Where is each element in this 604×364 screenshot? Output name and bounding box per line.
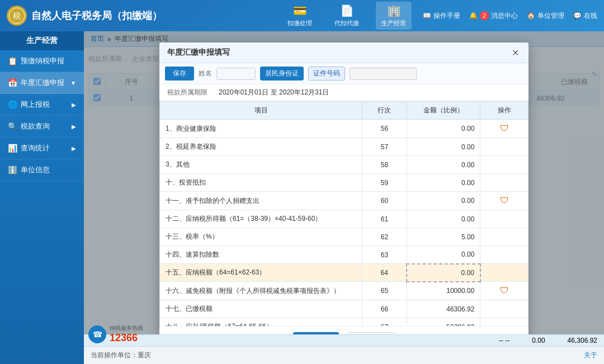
- bottom-paid-val: 46,306.92: [568, 337, 597, 344]
- help-manual-btn[interactable]: 📖 操作手册: [423, 11, 460, 21]
- unit-manage-btn[interactable]: 🏠 单位管理: [527, 11, 564, 21]
- row-item: 十六、减免税额（附报《个人所得税减免税事项报告表》）: [160, 282, 362, 300]
- sidebar-header: 生产经营: [0, 31, 84, 50]
- action-cell[interactable]: 🛡: [480, 120, 528, 138]
- app-title: 自然人电子税务局（扣缴端）: [31, 9, 162, 22]
- sidebar-item-yuejiao[interactable]: 📋 预缴纳税申报: [0, 50, 84, 72]
- row-no: 65: [362, 282, 407, 300]
- bell-icon: 🔔: [469, 12, 478, 20]
- row-no: 62: [362, 228, 407, 246]
- action-cell: [480, 174, 528, 192]
- online-icon: 💬: [573, 12, 582, 20]
- shuikuan-icon: 🔍: [8, 122, 17, 131]
- dialog-title: 年度汇缴申报填写: [167, 48, 230, 58]
- edit-row-btn[interactable]: 🛡: [500, 286, 509, 295]
- action-cell[interactable]: 🛡: [480, 282, 528, 300]
- action-cell: [480, 156, 528, 174]
- row-no: 66: [362, 300, 407, 318]
- row-item: 十二、应纳税所得额（61=（38-39）×40-41-59-60）: [160, 210, 362, 228]
- row-item: 十一、准予扣除的个人捐赠支出: [160, 192, 362, 210]
- row-item: 十三、税率（%）: [160, 228, 362, 246]
- row-item: 1、商业健康保险: [160, 120, 362, 138]
- unit-label: 单位管理: [537, 11, 564, 21]
- current-unit-label: 当前操作单位：重庆: [91, 351, 151, 360]
- shuikuan-arrow: ▶: [72, 124, 76, 130]
- row-item: 3、其他: [160, 156, 362, 174]
- chaxun-icon: 📊: [8, 144, 17, 153]
- row-item: 十八、应补/退税额（67=64-65-66）: [160, 318, 362, 327]
- row-no: 63: [362, 246, 407, 264]
- row-no: 67: [362, 318, 407, 327]
- row-amount: -56306.92: [407, 318, 480, 327]
- cert-no-tag[interactable]: 证件号码: [308, 67, 345, 81]
- row-amount: 0.00: [407, 138, 480, 156]
- app-logo-area: 税 自然人电子税务局（扣缴端）: [7, 6, 282, 26]
- nav-icon-kouhuichuli: 💳: [293, 4, 307, 17]
- online-btn[interactable]: 💬 在线: [573, 11, 597, 21]
- edit-row-btn[interactable]: 🛡: [500, 124, 509, 133]
- row-amount: 5.00: [407, 228, 480, 246]
- cert-no-input[interactable]: [350, 68, 417, 80]
- nianhuijiao-arrow: ▼: [70, 80, 76, 86]
- dialog-title-bar: 年度汇缴申报填写 ✕: [159, 42, 528, 63]
- app-title-group: 自然人电子税务局（扣缴端）: [31, 9, 162, 22]
- period-value: 2020年01月01日 至 2020年12月31日: [219, 88, 329, 97]
- messages-label: 消息中心: [491, 11, 518, 21]
- nianhuijiao-icon: 📅: [8, 78, 17, 87]
- nav-icon-daikoudaijiao: 📄: [340, 4, 354, 17]
- row-amount: 0.00: [407, 246, 480, 264]
- edit-row-btn[interactable]: 🛡: [500, 196, 509, 205]
- dialog-fields: 姓名 居民身份证 证件号码: [199, 67, 523, 81]
- annual-return-dialog: 年度汇缴申报填写 ✕ 保存 姓名 居民身份证 证件号码 税款: [159, 42, 528, 356]
- action-cell: [480, 318, 528, 327]
- sidebar-item-chaxun[interactable]: 📊 查询统计 ▶: [0, 138, 84, 159]
- nav-label-shengjing: 生产经营: [381, 19, 406, 27]
- row-no: 59: [362, 174, 407, 192]
- dialog-close-btn[interactable]: ✕: [509, 47, 521, 58]
- period-label: 税款所属期限: [167, 88, 207, 97]
- nianhuijiao-label: 年度汇缴申报: [21, 78, 64, 88]
- help-label: 操作手册: [433, 11, 460, 21]
- dialog-body[interactable]: 项目 行次 金额（比例） 操作 1、商业健康保险 56 0.00 🛡 2、税延养…: [159, 101, 528, 326]
- sidebar-item-danwei[interactable]: ℹ️ 单位信息: [0, 159, 84, 181]
- about-link[interactable]: 关于: [584, 351, 597, 360]
- online-label: 在线: [584, 11, 597, 21]
- sidebar: 生产经营 📋 预缴纳税申报 📅 年度汇缴申报 ▼ 🌐 网上报税 ▶ 🔍 税款查询…: [0, 31, 84, 364]
- sidebar-item-nianhuijiao[interactable]: 📅 年度汇缴申报 ▼: [0, 72, 84, 94]
- row-amount: 46306.92: [407, 300, 480, 318]
- hotline-label: 纳税服务热线: [110, 324, 143, 332]
- cert-type-tag[interactable]: 居民身份证: [260, 67, 304, 81]
- dialog-period-row: 税款所属期限 2020年01月01日 至 2020年12月31日: [159, 84, 528, 101]
- action-cell: [480, 210, 528, 228]
- dialog-save-button[interactable]: 保存: [165, 67, 194, 81]
- content-area: 首页 » 年度汇缴申报填写 税款所属期： 企业类型： 展开查询条件: [84, 31, 604, 364]
- hotline-icon: ☎: [88, 325, 106, 343]
- row-amount: 0.00: [407, 156, 480, 174]
- nav-item-shengjing[interactable]: 🏢 生产经营: [376, 2, 412, 30]
- nav-item-daikoudaijiao[interactable]: 📄 代扣代缴: [329, 2, 365, 30]
- wangshang-label: 网上报税: [21, 100, 50, 110]
- hotline-area: ☎ 纳税服务热线 12366: [88, 324, 143, 344]
- name-input[interactable]: [216, 68, 256, 80]
- top-right-actions: 📖 操作手册 🔔 2 消息中心 🏠 单位管理 💬 在线: [423, 11, 597, 21]
- action-cell: [480, 246, 528, 264]
- row-no: 61: [362, 210, 407, 228]
- nav-item-kouhuichuli[interactable]: 💳 扣缴处理: [282, 2, 318, 30]
- th-item: 项目: [160, 102, 362, 120]
- action-cell: [480, 138, 528, 156]
- row-amount: 0.00: [407, 174, 480, 192]
- messages-btn[interactable]: 🔔 2 消息中心: [469, 11, 518, 21]
- row-amount: 10000.00: [407, 282, 480, 300]
- dialog-table: 项目 行次 金额（比例） 操作 1、商业健康保险 56 0.00 🛡 2、税延养…: [159, 101, 528, 326]
- bottom-tax-val: 0.00: [532, 337, 545, 344]
- row-amount: 0.00: [407, 120, 480, 138]
- nav-label-daikoudaijiao: 代扣代缴: [334, 19, 359, 27]
- row-item: 十七、已缴税额: [160, 300, 362, 318]
- sidebar-item-wangshang[interactable]: 🌐 网上报税 ▶: [0, 94, 84, 116]
- row-no: 57: [362, 138, 407, 156]
- action-cell[interactable]: 🛡: [480, 192, 528, 210]
- th-amount: 金额（比例）: [407, 102, 480, 120]
- sidebar-item-shuikuan[interactable]: 🔍 税款查询 ▶: [0, 116, 84, 138]
- logo-icon: 税: [7, 6, 27, 26]
- th-action: 操作: [480, 102, 528, 120]
